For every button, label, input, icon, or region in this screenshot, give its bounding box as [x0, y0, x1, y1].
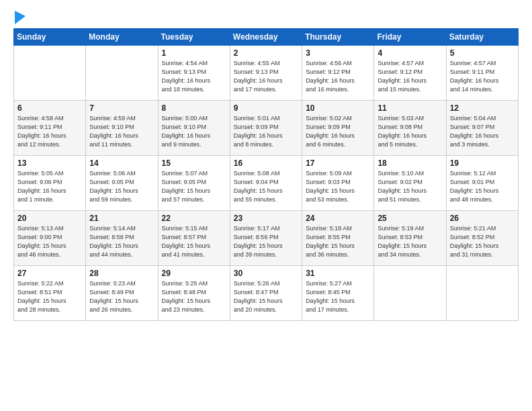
day-info: Sunrise: 5:12 AM Sunset: 9:01 PM Dayligh… — [450, 169, 515, 204]
calendar-week-1: 6Sunrise: 4:58 AM Sunset: 9:11 PM Daylig… — [14, 101, 519, 156]
day-number: 31 — [306, 269, 370, 278]
day-number: 16 — [234, 158, 298, 168]
day-info: Sunrise: 5:03 AM Sunset: 9:08 PM Dayligh… — [378, 114, 442, 149]
weekday-header-tuesday: Tuesday — [158, 29, 230, 46]
day-number: 24 — [306, 214, 370, 223]
day-number: 3 — [306, 48, 370, 58]
day-info: Sunrise: 5:07 AM Sunset: 9:05 PM Dayligh… — [162, 169, 226, 204]
day-number: 17 — [306, 158, 370, 168]
day-number: 8 — [162, 103, 226, 113]
day-number: 19 — [450, 158, 515, 168]
calendar-cell — [374, 266, 446, 321]
logo-icon — [15, 11, 26, 24]
calendar-cell: 1Sunrise: 4:54 AM Sunset: 9:13 PM Daylig… — [158, 46, 230, 101]
calendar-table: SundayMondayTuesdayWednesdayThursdayFrid… — [13, 28, 519, 321]
day-number: 11 — [378, 103, 442, 113]
calendar-cell: 23Sunrise: 5:17 AM Sunset: 8:56 PM Dayli… — [230, 211, 302, 266]
calendar-cell — [86, 46, 158, 101]
calendar-cell: 30Sunrise: 5:26 AM Sunset: 8:47 PM Dayli… — [230, 266, 302, 321]
day-info: Sunrise: 4:55 AM Sunset: 9:13 PM Dayligh… — [234, 59, 298, 94]
weekday-header-wednesday: Wednesday — [230, 29, 302, 46]
day-number: 1 — [162, 48, 226, 58]
day-info: Sunrise: 5:09 AM Sunset: 9:03 PM Dayligh… — [306, 169, 370, 204]
day-number: 29 — [162, 269, 226, 278]
day-number: 5 — [450, 48, 515, 58]
day-number: 20 — [17, 214, 82, 223]
calendar-cell: 19Sunrise: 5:12 AM Sunset: 9:01 PM Dayli… — [446, 156, 518, 211]
svg-marker-0 — [15, 11, 26, 24]
calendar-cell: 22Sunrise: 5:15 AM Sunset: 8:57 PM Dayli… — [158, 211, 230, 266]
day-info: Sunrise: 5:18 AM Sunset: 8:55 PM Dayligh… — [306, 224, 370, 259]
day-info: Sunrise: 5:19 AM Sunset: 8:53 PM Dayligh… — [378, 224, 442, 259]
calendar-cell: 17Sunrise: 5:09 AM Sunset: 9:03 PM Dayli… — [302, 156, 374, 211]
day-info: Sunrise: 4:57 AM Sunset: 9:11 PM Dayligh… — [450, 59, 515, 94]
day-info: Sunrise: 5:26 AM Sunset: 8:47 PM Dayligh… — [234, 279, 298, 314]
day-info: Sunrise: 5:08 AM Sunset: 9:04 PM Dayligh… — [234, 169, 298, 204]
calendar-page: SundayMondayTuesdayWednesdayThursdayFrid… — [0, 0, 532, 411]
calendar-body: 1Sunrise: 4:54 AM Sunset: 9:13 PM Daylig… — [14, 46, 519, 321]
day-number: 9 — [234, 103, 298, 113]
calendar-cell: 29Sunrise: 5:25 AM Sunset: 8:48 PM Dayli… — [158, 266, 230, 321]
day-info: Sunrise: 5:05 AM Sunset: 9:06 PM Dayligh… — [17, 169, 82, 204]
calendar-cell: 2Sunrise: 4:55 AM Sunset: 9:13 PM Daylig… — [230, 46, 302, 101]
calendar-cell: 31Sunrise: 5:27 AM Sunset: 8:45 PM Dayli… — [302, 266, 374, 321]
calendar-cell: 12Sunrise: 5:04 AM Sunset: 9:07 PM Dayli… — [446, 101, 518, 156]
calendar-cell: 15Sunrise: 5:07 AM Sunset: 9:05 PM Dayli… — [158, 156, 230, 211]
day-info: Sunrise: 4:57 AM Sunset: 9:12 PM Dayligh… — [378, 59, 442, 94]
calendar-cell: 3Sunrise: 4:56 AM Sunset: 9:12 PM Daylig… — [302, 46, 374, 101]
day-number: 15 — [162, 158, 226, 168]
day-number: 28 — [89, 269, 154, 278]
day-number: 25 — [378, 214, 442, 223]
calendar-cell: 26Sunrise: 5:21 AM Sunset: 8:52 PM Dayli… — [446, 211, 518, 266]
calendar-week-0: 1Sunrise: 4:54 AM Sunset: 9:13 PM Daylig… — [14, 46, 519, 101]
day-info: Sunrise: 5:04 AM Sunset: 9:07 PM Dayligh… — [450, 114, 515, 149]
day-info: Sunrise: 4:59 AM Sunset: 9:10 PM Dayligh… — [89, 114, 154, 149]
day-info: Sunrise: 5:21 AM Sunset: 8:52 PM Dayligh… — [450, 224, 515, 259]
calendar-cell: 16Sunrise: 5:08 AM Sunset: 9:04 PM Dayli… — [230, 156, 302, 211]
day-number: 13 — [17, 158, 82, 168]
weekday-row: SundayMondayTuesdayWednesdayThursdayFrid… — [14, 29, 519, 46]
day-number: 18 — [378, 158, 442, 168]
day-info: Sunrise: 5:22 AM Sunset: 8:51 PM Dayligh… — [17, 279, 82, 314]
day-info: Sunrise: 5:10 AM Sunset: 9:02 PM Dayligh… — [378, 169, 442, 204]
day-number: 2 — [234, 48, 298, 58]
day-info: Sunrise: 5:27 AM Sunset: 8:45 PM Dayligh… — [306, 279, 370, 314]
weekday-header-saturday: Saturday — [446, 29, 518, 46]
day-number: 21 — [89, 214, 154, 223]
day-number: 7 — [89, 103, 154, 113]
calendar-week-4: 27Sunrise: 5:22 AM Sunset: 8:51 PM Dayli… — [14, 266, 519, 321]
calendar-cell: 14Sunrise: 5:06 AM Sunset: 9:05 PM Dayli… — [86, 156, 158, 211]
day-number: 26 — [450, 214, 515, 223]
calendar-cell: 6Sunrise: 4:58 AM Sunset: 9:11 PM Daylig… — [14, 101, 86, 156]
day-number: 10 — [306, 103, 370, 113]
calendar-cell — [446, 266, 518, 321]
calendar-cell: 4Sunrise: 4:57 AM Sunset: 9:12 PM Daylig… — [374, 46, 446, 101]
calendar-cell: 7Sunrise: 4:59 AM Sunset: 9:10 PM Daylig… — [86, 101, 158, 156]
calendar-cell — [14, 46, 86, 101]
calendar-cell: 20Sunrise: 5:13 AM Sunset: 9:00 PM Dayli… — [14, 211, 86, 266]
logo — [13, 11, 27, 21]
day-number: 4 — [378, 48, 442, 58]
day-info: Sunrise: 5:01 AM Sunset: 9:09 PM Dayligh… — [234, 114, 298, 149]
day-info: Sunrise: 5:15 AM Sunset: 8:57 PM Dayligh… — [162, 224, 226, 259]
calendar-cell: 24Sunrise: 5:18 AM Sunset: 8:55 PM Dayli… — [302, 211, 374, 266]
day-info: Sunrise: 4:58 AM Sunset: 9:11 PM Dayligh… — [17, 114, 82, 149]
calendar-cell: 28Sunrise: 5:23 AM Sunset: 8:49 PM Dayli… — [86, 266, 158, 321]
day-info: Sunrise: 5:14 AM Sunset: 8:58 PM Dayligh… — [89, 224, 154, 259]
weekday-header-monday: Monday — [86, 29, 158, 46]
calendar-cell: 21Sunrise: 5:14 AM Sunset: 8:58 PM Dayli… — [86, 211, 158, 266]
calendar-week-2: 13Sunrise: 5:05 AM Sunset: 9:06 PM Dayli… — [14, 156, 519, 211]
header — [13, 11, 519, 21]
day-number: 12 — [450, 103, 515, 113]
weekday-header-sunday: Sunday — [14, 29, 86, 46]
day-info: Sunrise: 5:23 AM Sunset: 8:49 PM Dayligh… — [89, 279, 154, 314]
calendar-week-3: 20Sunrise: 5:13 AM Sunset: 9:00 PM Dayli… — [14, 211, 519, 266]
calendar-cell: 13Sunrise: 5:05 AM Sunset: 9:06 PM Dayli… — [14, 156, 86, 211]
weekday-header-friday: Friday — [374, 29, 446, 46]
calendar-cell: 5Sunrise: 4:57 AM Sunset: 9:11 PM Daylig… — [446, 46, 518, 101]
day-info: Sunrise: 4:56 AM Sunset: 9:12 PM Dayligh… — [306, 59, 370, 94]
calendar-cell: 25Sunrise: 5:19 AM Sunset: 8:53 PM Dayli… — [374, 211, 446, 266]
day-info: Sunrise: 5:13 AM Sunset: 9:00 PM Dayligh… — [17, 224, 82, 259]
day-number: 27 — [17, 269, 82, 278]
day-number: 30 — [234, 269, 298, 278]
